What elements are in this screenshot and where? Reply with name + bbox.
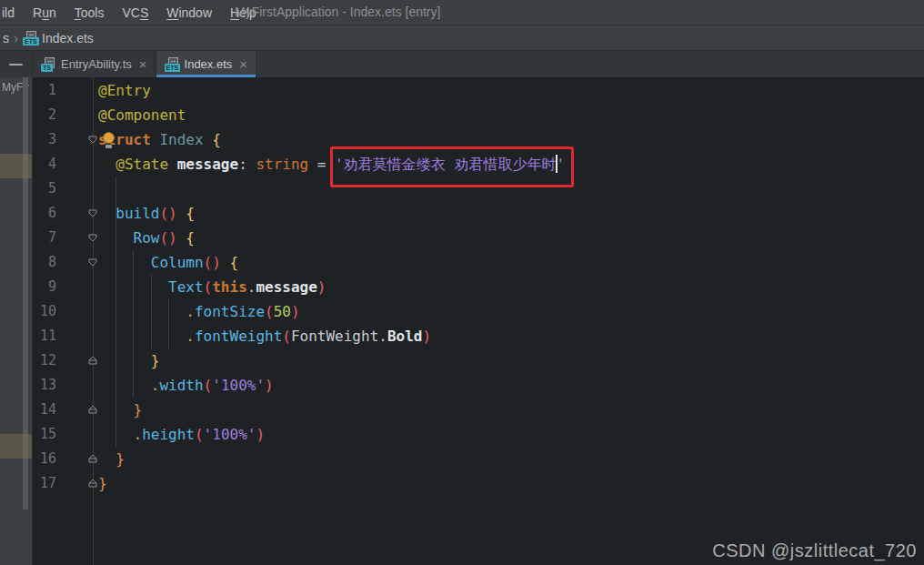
line-number: 9 [33, 275, 56, 299]
fold-close-icon[interactable] [87, 404, 98, 415]
tab-label: Index.ets [185, 57, 233, 71]
code-text[interactable]: .fontWeight(FontWeight.Bold) [98, 324, 431, 348]
fold-open-icon[interactable] [87, 232, 98, 243]
fold-column [56, 201, 98, 226]
code-text[interactable]: .fontSize(50) [98, 299, 300, 324]
fold-open-icon[interactable] [87, 207, 98, 218]
menu-bar: ild Run Tools VCS Window Help MyFirstApp… [0, 0, 924, 25]
code-text[interactable]: .width('100%') [98, 373, 274, 398]
code-token: Index [159, 131, 203, 148]
ets-file-icon: ETS [23, 31, 37, 45]
code-text[interactable]: Text(this.message) [98, 275, 326, 299]
code-line[interactable]: 10 .fontSize(50) [33, 299, 924, 324]
code-text[interactable]: } [98, 398, 142, 422]
code-token: . [247, 278, 256, 296]
editor[interactable]: 1@Entry2@Component3struct Index {4 @Stat… [33, 77, 924, 565]
menu-item-build[interactable]: ild [0, 5, 24, 20]
code-token [98, 278, 168, 296]
line-number: 15 [33, 422, 56, 447]
code-token: () [204, 254, 221, 271]
code-token [177, 205, 186, 222]
close-icon[interactable]: × [239, 56, 247, 72]
menu-item-vcs[interactable]: VCS [113, 5, 157, 20]
code-token: ) [317, 278, 326, 296]
code-line[interactable]: 7 Row() { [33, 226, 924, 250]
project-selection-band [0, 154, 33, 178]
fold-column [56, 152, 98, 177]
code-token: '100%' [204, 426, 256, 443]
code-line[interactable]: 1@Entry [33, 78, 924, 103]
code-line[interactable]: 16 } [33, 447, 924, 471]
tab-label: EntryAbility.ts [61, 57, 132, 71]
code-line[interactable]: 12 } [33, 348, 924, 373]
code-line[interactable]: 14 } [33, 398, 924, 422]
code-text[interactable]: build() { [98, 201, 195, 226]
fold-open-icon[interactable] [87, 134, 98, 145]
code-token [98, 254, 151, 271]
code-token: } [134, 401, 143, 419]
close-icon[interactable]: × [139, 56, 147, 72]
code-text[interactable]: } [98, 471, 107, 496]
code-token: { [230, 254, 239, 271]
project-selection-band [0, 434, 33, 459]
code-token: } [116, 450, 125, 468]
code-token: . [186, 328, 195, 345]
code-token: Row [134, 229, 160, 247]
code-token: () [159, 205, 176, 222]
code-token: Bold [387, 328, 423, 345]
code-token: width [159, 377, 203, 394]
tab-entryability-ts[interactable]: TS EntryAbility.ts × [33, 51, 156, 77]
fold-close-icon[interactable] [87, 453, 98, 464]
tab-index-ets[interactable]: ETS Index.ets × [156, 51, 257, 77]
code-line[interactable]: 15 .height('100%') [33, 422, 924, 447]
watermark: CSDN @jszlittlecat_720 [712, 540, 917, 561]
code-token [98, 156, 116, 173]
fold-open-icon[interactable] [87, 257, 98, 267]
code-text[interactable]: Column() { [98, 250, 238, 275]
project-panel-sliver: MyFir [0, 77, 33, 565]
code-token [98, 377, 151, 394]
code-text[interactable]: @Component [98, 103, 186, 127]
code-line[interactable]: 11 .fontWeight(FontWeight.Bold) [33, 324, 924, 348]
code-token: { [186, 205, 195, 222]
code-token: @Component [98, 106, 186, 124]
collapse-button[interactable] [0, 51, 33, 77]
code-token [98, 401, 134, 419]
line-number: 7 [33, 226, 56, 250]
fold-column [56, 78, 98, 103]
code-token: ( [204, 377, 213, 394]
code-text[interactable]: @Entry [98, 78, 151, 103]
fold-close-icon[interactable] [87, 355, 98, 366]
menu-item-tools[interactable]: Tools [65, 5, 114, 20]
fold-column [56, 422, 98, 447]
code-line[interactable]: 9 Text(this.message) [33, 275, 924, 299]
fold-column [56, 226, 98, 250]
code-token: () [159, 229, 176, 247]
code-text[interactable]: } [98, 348, 159, 373]
fold-column [56, 299, 98, 324]
fold-close-icon[interactable] [87, 478, 98, 489]
code-line[interactable]: 8 Column() { [33, 250, 924, 275]
code-text[interactable]: } [98, 447, 125, 471]
line-number: 1 [33, 78, 56, 103]
line-number: 4 [33, 152, 56, 177]
menu-item-run[interactable]: Run [24, 5, 65, 20]
code-lines[interactable]: 1@Entry2@Component3struct Index {4 @Stat… [33, 78, 924, 496]
breadcrumb-file[interactable]: Index.ets [42, 31, 94, 45]
breadcrumb-parent[interactable]: s [0, 31, 9, 45]
code-line[interactable]: 17} [33, 471, 924, 496]
code-token: message [256, 278, 316, 296]
code-line[interactable]: 6 build() { [33, 201, 924, 226]
intention-bulb-icon[interactable] [103, 132, 115, 149]
line-number: 16 [33, 447, 56, 471]
code-line[interactable]: 13 .width('100%') [33, 373, 924, 398]
code-line[interactable]: 2@Component [33, 103, 924, 127]
code-token: { [212, 131, 221, 148]
code-text[interactable]: .height('100%') [98, 422, 265, 447]
fold-column [56, 177, 98, 201]
code-text[interactable]: Row() { [98, 226, 195, 250]
breadcrumb: s › ETS Index.ets [0, 25, 924, 51]
code-text[interactable]: struct Index { [98, 127, 221, 152]
code-token: build [116, 205, 159, 222]
menu-item-window[interactable]: Window [157, 5, 221, 20]
